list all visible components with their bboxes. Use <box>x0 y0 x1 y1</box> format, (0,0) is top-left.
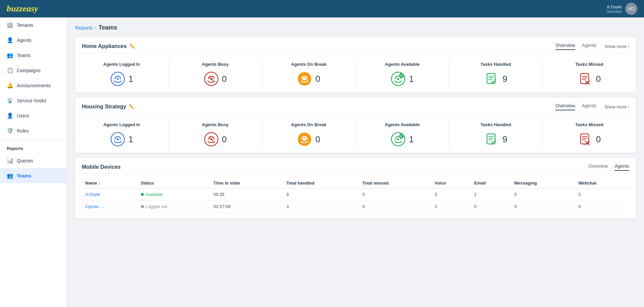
team-card-housing-strategy-header: Housing Strategy ✏️ Overview Agents Show… <box>75 98 636 113</box>
col-email[interactable]: Email <box>471 178 511 189</box>
svg-point-32 <box>397 138 399 140</box>
sidebar-item-service-hooks-label: Service hooks <box>17 98 46 103</box>
tab-agents-mobile[interactable]: Agents <box>614 163 629 171</box>
breadcrumb-parent[interactable]: Reports <box>75 25 93 31</box>
stat-value-missed-num: 0 <box>596 74 601 84</box>
agents-table-body: A Doyle Available 05:35 9 0 5 2 0 2 Cipr… <box>82 189 629 213</box>
agent-total-handled: 3 <box>283 201 359 213</box>
stat-label-handled: Tasks Handled <box>481 62 511 67</box>
main-content: Reports › Teams Home Appliances ✏️ Overv… <box>67 17 644 307</box>
stat-value-break-h-num: 0 <box>315 134 320 145</box>
col-total-handled[interactable]: Total handled <box>283 178 359 189</box>
stat-value-logged-in-h-num: 1 <box>128 134 133 145</box>
breadcrumb: Reports › Teams <box>75 24 636 31</box>
sidebar-item-tenants-label: Tenants <box>17 22 33 28</box>
available-icon <box>391 71 406 86</box>
stat-value-handled: 9 <box>484 71 507 86</box>
stat-value-handled-num: 9 <box>502 74 507 84</box>
service-hooks-icon: 📡 <box>7 97 13 104</box>
agent-status-cell: Logged out <box>138 201 210 213</box>
sidebar-item-tenants[interactable]: 🏢 Tenants <box>0 17 67 33</box>
agent-time-in-state: 05:35 <box>210 189 283 201</box>
tab-agents-housing[interactable]: Agents <box>582 103 597 110</box>
sidebar-item-campaigns[interactable]: 📋 Campaigns <box>0 63 67 78</box>
sidebar-item-teams[interactable]: 👥 Teams <box>0 48 67 63</box>
tasks-missed-icon <box>578 71 593 86</box>
agent-messaging: 0 <box>511 201 575 213</box>
stat-label-available: Agents Available <box>385 62 420 67</box>
agent-email: 2 <box>471 189 511 201</box>
svg-rect-8 <box>305 77 306 81</box>
tab-agents-home-appliances[interactable]: Agents <box>582 43 597 50</box>
status-dot-icon <box>141 193 144 196</box>
svg-point-23 <box>117 138 119 140</box>
col-messaging[interactable]: Messaging <box>511 178 575 189</box>
col-name[interactable]: Name ↑ <box>82 178 138 189</box>
agent-name-cell: A Doyle <box>82 189 138 201</box>
agent-messaging: 0 <box>511 189 575 201</box>
sidebar-item-agents[interactable]: 👤 Agents <box>0 33 67 48</box>
available-housing-icon <box>391 132 406 147</box>
team-name-housing-strategy: Housing Strategy ✏️ <box>82 104 135 110</box>
agent-time-in-state: 02:57:09 <box>210 201 283 213</box>
sidebar-item-users[interactable]: 👤 Users <box>0 108 67 123</box>
sidebar-item-teams-report[interactable]: 👥 Teams <box>0 168 67 183</box>
tasks-handled-icon <box>484 71 499 86</box>
stat-value-missed-h: 0 <box>578 132 601 147</box>
tab-overview-mobile[interactable]: Overview <box>588 163 608 171</box>
edit-team-housing-icon[interactable]: ✏️ <box>129 104 135 109</box>
stat-value-break: 0 <box>297 71 320 86</box>
stat-logged-in-housing: Agents Logged In 1 <box>75 119 169 150</box>
agent-name-link[interactable]: A Doyle <box>85 192 100 197</box>
agents-icon: 👤 <box>7 37 13 43</box>
break-housing-icon <box>297 132 312 147</box>
stat-value-available-h-num: 1 <box>409 134 414 145</box>
logged-in-housing-icon <box>110 132 125 147</box>
show-more-housing[interactable]: Show more ‹ <box>604 104 629 109</box>
sidebar-item-announcements-label: Announcements <box>17 83 51 88</box>
tab-overview-housing[interactable]: Overview <box>555 103 575 110</box>
stat-label-available-h: Agents Available <box>385 122 420 127</box>
agent-name-link[interactable]: Ciprian ... <box>85 204 104 209</box>
team-card-mobile-devices: Mobile Devices Overview Agents Name ↑ St… <box>75 158 636 218</box>
status-dot-icon <box>141 205 144 208</box>
agent-total-missed: 0 <box>359 201 431 213</box>
sidebar-item-teams-label: Teams <box>17 53 31 58</box>
stat-value-handled-h: 9 <box>484 132 507 147</box>
sidebar-item-service-hooks[interactable]: 📡 Service hooks <box>0 93 67 108</box>
tenants-icon: 🏢 <box>7 22 13 28</box>
tab-overview-home-appliances[interactable]: Overview <box>555 43 575 50</box>
announcements-icon: 🔔 <box>7 82 13 89</box>
team-card-mobile-devices-header: Mobile Devices Overview Agents <box>75 158 636 174</box>
col-time-in-state[interactable]: Time in state <box>210 178 283 189</box>
sidebar-item-users-label: Users <box>17 113 29 118</box>
agent-status-cell: Available <box>138 189 210 201</box>
stat-label-busy: Agents Busy <box>202 62 228 67</box>
stat-break-housing: Agents On Break 0 <box>262 119 356 150</box>
sidebar-item-queues[interactable]: 📊 Queues <box>0 153 67 168</box>
teams-report-icon: 👥 <box>7 172 13 179</box>
agent-webchat: 2 <box>575 189 629 201</box>
campaigns-icon: 📋 <box>7 67 13 73</box>
stat-agents-busy-home: Agents Busy 0 <box>169 58 262 90</box>
col-webchat[interactable]: Webchat <box>575 178 629 189</box>
svg-line-26 <box>209 137 213 141</box>
team-card-housing-strategy: Housing Strategy ✏️ Overview Agents Show… <box>75 98 636 153</box>
stat-missed-housing: Tasks Missed 0 <box>543 119 636 150</box>
sidebar-item-roles[interactable]: 🛡️ Roles <box>0 123 67 138</box>
agents-table-head: Name ↑ Status Time in state Total handle… <box>82 178 629 189</box>
col-status[interactable]: Status <box>138 178 210 189</box>
avatar[interactable]: AD <box>625 3 637 15</box>
logged-in-icon <box>110 71 125 86</box>
agent-voice: 5 <box>431 189 471 201</box>
stat-agents-logged-in-home: Agents Logged In 1 <box>75 58 169 90</box>
col-total-missed[interactable]: Total missed <box>359 178 431 189</box>
sidebar: 🏢 Tenants 👤 Agents 👥 Teams 📋 Campaigns 🔔… <box>0 17 67 307</box>
svg-point-10 <box>397 78 399 80</box>
sidebar-item-announcements[interactable]: 🔔 Announcements <box>0 78 67 93</box>
show-more-home-appliances[interactable]: Show more ‹ <box>604 44 629 49</box>
col-voice[interactable]: Voice <box>431 178 471 189</box>
table-row: A Doyle Available 05:35 9 0 5 2 0 2 <box>82 189 629 201</box>
stat-label-missed-h: Tasks Missed <box>575 122 603 127</box>
edit-team-home-appliances-icon[interactable]: ✏️ <box>129 44 135 49</box>
